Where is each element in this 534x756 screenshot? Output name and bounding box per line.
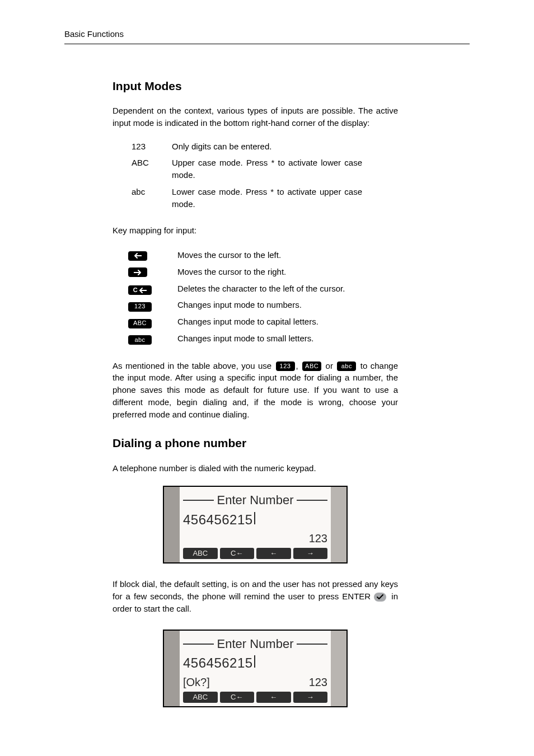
key-row: C Deletes the character to the left of t…: [128, 283, 380, 295]
text-cursor-icon: [254, 512, 255, 524]
key-desc: Deletes the character to the left of the…: [177, 283, 355, 295]
dialing-intro: A telephone number is dialed with the nu…: [113, 462, 398, 475]
dialing-blockdial-paragraph: If block dial, the default setting, is o…: [113, 578, 398, 614]
display-title-row: Enter Number: [183, 635, 327, 653]
softkey-backspace[interactable]: C←: [220, 548, 255, 559]
content-area: Input Modes Dependent on the context, va…: [113, 78, 398, 708]
text-cursor-icon: [254, 655, 255, 668]
title-rule-icon: [183, 500, 214, 501]
display-bezel-right: [331, 631, 346, 707]
dialed-digits: 456456215: [183, 654, 253, 673]
input-modes-closing: As mentioned in the table above, you use…: [113, 360, 398, 421]
closing-text: As mentioned in the table above, you use: [113, 361, 275, 370]
section-heading-input-modes: Input Modes: [113, 78, 398, 95]
key-row: ABC Changes input mode to capital letter…: [128, 316, 380, 328]
dialed-digits: 456456215: [183, 510, 253, 530]
mode-row: 123 Only digits can be entered.: [132, 140, 378, 153]
softkey-backspace[interactable]: C←: [220, 692, 255, 703]
mode-abc-upper-key-icon: ABC: [302, 361, 321, 371]
phone-display-enter-number-ok: Enter Number 456456215 [Ok?] 123 ABC C←: [163, 630, 348, 708]
display-status-row: 123: [183, 530, 327, 547]
keymap-label: Key mapping for input:: [113, 224, 398, 237]
display-body: Enter Number 456456215 123 ABC C← ←: [180, 487, 331, 563]
softkey-right[interactable]: →: [293, 692, 328, 703]
softkey-abc[interactable]: ABC: [183, 548, 218, 559]
mode-desc: Only digits can be entered.: [172, 140, 362, 153]
display-bezel-left: [164, 487, 180, 563]
phone-display-enter-number: Enter Number 456456215 123 ABC C← ←: [163, 486, 348, 564]
section-heading-dialing: Dialing a phone number: [113, 435, 398, 452]
mode-desc: Lower case mode. Press * to activate upp…: [172, 186, 362, 210]
mode-abc-lower-key-icon: abc: [337, 361, 356, 371]
mode-desc: Upper case mode. Press * to activate low…: [172, 157, 362, 181]
display-bezel-right: [331, 487, 346, 563]
blockdial-text: If block dial, the default setting, is o…: [113, 579, 398, 601]
softkey-left[interactable]: ←: [256, 548, 291, 559]
running-header: Basic Functions: [64, 28, 470, 40]
closing-text: or: [322, 361, 336, 370]
softkey-row: ABC C← ← →: [183, 548, 327, 559]
header-rule: [64, 44, 470, 44]
key-row: abc Changes input mode to small letters.: [128, 332, 380, 345]
mode-row: ABC Upper case mode. Press * to activate…: [132, 157, 378, 181]
closing-text: ,: [296, 361, 302, 370]
display-mode-indicator: 123: [309, 530, 327, 547]
mode-abc-upper-key-icon: ABC: [128, 319, 152, 328]
key-row: Moves the cursor to the right.: [128, 266, 380, 279]
key-desc: Changes input mode to small letters.: [177, 332, 355, 345]
display-bezel-left: [164, 631, 180, 707]
mode-key: ABC: [132, 157, 172, 181]
display-number: 456456215: [183, 510, 327, 530]
key-desc: Moves the cursor to the right.: [177, 266, 355, 278]
key-row: 123 Changes input mode to numbers.: [128, 299, 380, 312]
softkey-row: ABC C← ← →: [183, 692, 327, 703]
softkey-right[interactable]: →: [293, 548, 328, 559]
input-modes-intro: Dependent on the context, various types …: [113, 105, 398, 129]
title-rule-icon: [297, 644, 327, 645]
softkey-abc[interactable]: ABC: [183, 692, 218, 703]
arrow-left-key-icon: [128, 251, 147, 261]
ok-check-icon: [374, 593, 386, 602]
arrow-right-key-icon: [128, 267, 147, 277]
mode-key: abc: [132, 186, 172, 210]
key-list: Moves the cursor to the left. Moves the …: [128, 249, 380, 345]
softkey-left[interactable]: ←: [256, 692, 291, 703]
display-status-row: [Ok?] 123: [183, 674, 327, 691]
title-rule-icon: [297, 500, 327, 501]
display-title: Enter Number: [214, 491, 297, 509]
c-backspace-key-icon: C: [128, 285, 152, 295]
display-mode-indicator: 123: [309, 674, 327, 691]
mode-123-key-icon: 123: [276, 361, 295, 371]
display-title: Enter Number: [214, 635, 297, 653]
key-desc: Changes input mode to capital letters.: [177, 316, 355, 328]
mode-abc-lower-key-icon: abc: [128, 335, 152, 345]
display-prompt: [Ok?]: [183, 674, 210, 691]
key-desc: Moves the cursor to the left.: [177, 249, 355, 261]
title-rule-icon: [183, 644, 214, 645]
mode-row: abc Lower case mode. Press * to activate…: [132, 186, 378, 210]
display-title-row: Enter Number: [183, 491, 327, 509]
key-row: Moves the cursor to the left.: [128, 249, 380, 262]
mode-key: 123: [132, 140, 172, 153]
display-body: Enter Number 456456215 [Ok?] 123 ABC C←: [180, 631, 331, 707]
mode-list: 123 Only digits can be entered. ABC Uppe…: [132, 140, 378, 210]
display-number: 456456215: [183, 654, 327, 673]
mode-123-key-icon: 123: [128, 302, 152, 312]
key-desc: Changes input mode to numbers.: [177, 299, 355, 311]
page: Basic Functions Input Modes Dependent on…: [0, 0, 534, 756]
